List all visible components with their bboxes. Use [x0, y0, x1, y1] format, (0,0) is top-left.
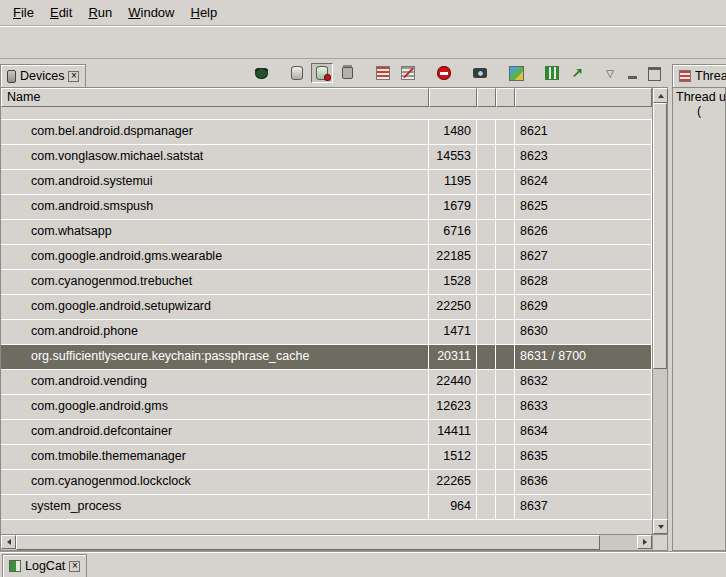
process-row[interactable]: com.android.smspush 1679 8625	[1, 195, 652, 220]
process-blank2	[496, 345, 515, 369]
process-row[interactable]: com.cyanogenmod.trebuchet 1528 8628	[1, 270, 652, 295]
tab-threads[interactable]: Threa	[672, 64, 726, 87]
update-threads-icon[interactable]	[372, 63, 394, 83]
stop-process-icon[interactable]	[433, 63, 455, 83]
process-pid: 6716	[429, 220, 477, 244]
process-pid: 1679	[429, 195, 477, 219]
debug-process-icon[interactable]	[250, 63, 272, 83]
menu-item-edit[interactable]: Edit	[42, 2, 80, 23]
process-row[interactable]: com.android.vending 22440 8632	[1, 370, 652, 395]
process-blank1	[477, 420, 496, 444]
column-header-name[interactable]: Name	[1, 88, 429, 107]
menu-item-run[interactable]: Run	[80, 2, 120, 23]
close-icon[interactable]: ×	[68, 71, 79, 82]
process-port: 8633	[515, 395, 652, 419]
view-menu-icon[interactable]	[602, 67, 618, 81]
tab-logcat[interactable]: LogCat ×	[2, 554, 87, 577]
process-row[interactable]: org.sufficientlysecure.keychain:passphra…	[1, 345, 652, 370]
tab-devices[interactable]: Devices ×	[0, 64, 86, 87]
process-package: com.cyanogenmod.lockclock	[1, 470, 429, 494]
process-pid: 1528	[429, 270, 477, 294]
process-row[interactable]: com.cyanogenmod.lockclock 22265 8636	[1, 470, 652, 495]
process-row[interactable]: com.whatsapp 6716 8626	[1, 220, 652, 245]
process-blank2	[496, 220, 515, 244]
column-header-port[interactable]	[515, 88, 652, 107]
process-blank1	[477, 370, 496, 394]
process-row[interactable]: com.google.android.setupwizard 22250 862…	[1, 295, 652, 320]
process-blank1	[477, 145, 496, 169]
vertical-scroll-thumb[interactable]	[653, 103, 667, 369]
menu-item-window[interactable]: Window	[120, 2, 182, 23]
process-row[interactable]: com.vonglasow.michael.satstat 14553 8623	[1, 145, 652, 170]
column-header-blank1[interactable]	[477, 88, 496, 107]
process-row[interactable]: com.android.defcontainer 14411 8634	[1, 420, 652, 445]
process-blank1	[477, 320, 496, 344]
scroll-down-button[interactable]	[653, 519, 668, 534]
process-port: 8625	[515, 195, 652, 219]
process-row[interactable]: com.tmobile.thememanager 1512 8635	[1, 445, 652, 470]
maximize-icon[interactable]	[646, 67, 662, 81]
minimize-icon[interactable]	[624, 67, 640, 81]
update-heap-icon[interactable]	[286, 63, 308, 83]
process-port: 8636	[515, 470, 652, 494]
horizontal-scroll-track[interactable]	[16, 535, 637, 550]
menu-item-file[interactable]: File	[5, 2, 42, 23]
menu-item-help[interactable]: Help	[182, 2, 225, 23]
thread-updates-icon[interactable]	[541, 63, 563, 83]
screen-capture-icon[interactable]	[469, 63, 491, 83]
process-blank1	[477, 345, 496, 369]
process-port: 8627	[515, 245, 652, 269]
process-port: 8624	[515, 170, 652, 194]
cause-gc-icon[interactable]	[336, 63, 358, 83]
process-port: 8632	[515, 370, 652, 394]
process-package: com.android.phone	[1, 320, 429, 344]
process-row[interactable]: com.google.android.gms.wearable 22185 86…	[1, 245, 652, 270]
column-header-blank2[interactable]	[496, 88, 515, 107]
process-blank1	[477, 120, 496, 144]
process-port: 8621	[515, 120, 652, 144]
process-pid: 22440	[429, 370, 477, 394]
process-package: com.android.defcontainer	[1, 420, 429, 444]
process-blank2	[496, 495, 515, 519]
horizontal-scrollbar[interactable]	[0, 535, 668, 551]
process-package: com.cyanogenmod.trebuchet	[1, 270, 429, 294]
process-port: 8630	[515, 320, 652, 344]
process-port: 8637	[515, 495, 652, 519]
process-pid: 1195	[429, 170, 477, 194]
horizontal-scroll-thumb[interactable]	[16, 535, 600, 550]
process-package: com.android.systemui	[1, 170, 429, 194]
scroll-right-button[interactable]	[637, 535, 652, 549]
process-row[interactable]: com.android.systemui 1195 8624	[1, 170, 652, 195]
logcat-bar: LogCat ×	[0, 551, 726, 577]
process-package: system_process	[1, 495, 429, 519]
process-blank2	[496, 270, 515, 294]
heap-updates-icon[interactable]	[311, 63, 333, 83]
devices-toolbar	[250, 63, 588, 87]
process-pid: 20311	[429, 345, 477, 369]
close-icon[interactable]: ×	[69, 561, 80, 572]
process-row[interactable]: com.bel.android.dspmanager 1480 8621	[1, 120, 652, 145]
panel-controls	[602, 67, 662, 81]
scroll-up-button[interactable]	[653, 88, 668, 103]
process-row[interactable]: com.google.android.gms 12623 8633	[1, 395, 652, 420]
process-row[interactable]: system_process 964 8637	[1, 495, 652, 520]
stop-method-profiling-icon[interactable]	[397, 63, 419, 83]
threads-message-line1: Thread up	[673, 88, 725, 104]
process-package: org.sufficientlysecure.keychain:passphra…	[1, 345, 429, 369]
network-stats-icon[interactable]	[566, 63, 588, 83]
process-blank2	[496, 420, 515, 444]
scroll-left-button[interactable]	[1, 535, 16, 549]
column-header-pid[interactable]	[429, 88, 477, 107]
devices-tabbar: Devices ×	[0, 61, 668, 87]
vertical-scroll-track[interactable]	[653, 103, 667, 519]
system-info-icon[interactable]	[505, 63, 527, 83]
process-blank2	[496, 320, 515, 344]
process-row[interactable]: com.android.phone 1471 8630	[1, 320, 652, 345]
threads-panel: Threa Thread up (	[672, 61, 726, 551]
vertical-scrollbar[interactable]	[652, 88, 667, 534]
main-toolbar-empty	[0, 26, 726, 59]
process-blank2	[496, 120, 515, 144]
process-list: com.bel.android.dspmanager 1480 8621 com…	[1, 107, 652, 534]
process-pid: 22185	[429, 245, 477, 269]
table-header: Name	[1, 88, 652, 107]
